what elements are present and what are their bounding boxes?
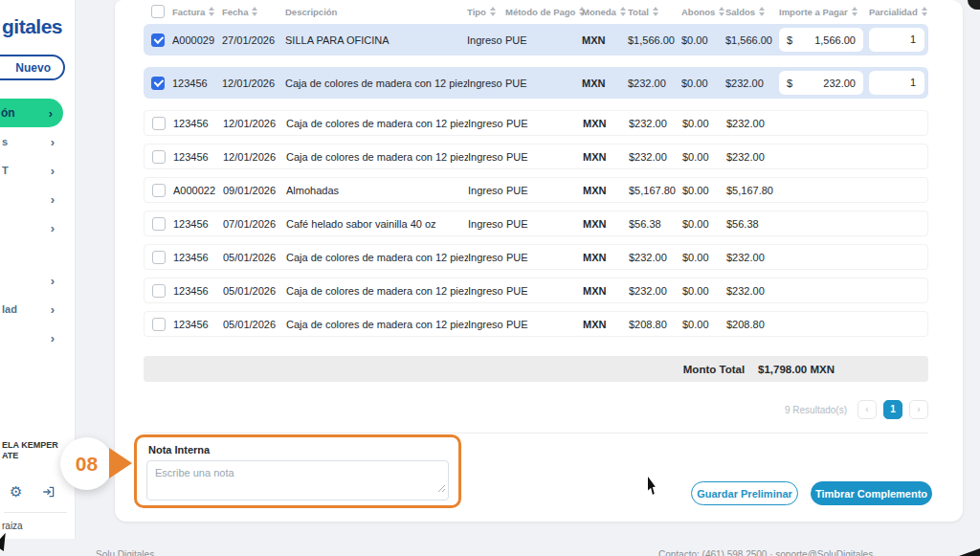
cell-saldos: $232.00 (726, 151, 780, 163)
total-amount-label: Monto Total (683, 364, 745, 375)
internal-note-input[interactable] (146, 460, 449, 500)
row-checkbox[interactable] (152, 184, 166, 197)
column-header[interactable]: Abonos (681, 7, 725, 17)
row-checkbox[interactable] (152, 318, 166, 331)
sidebar-item[interactable]: T› (0, 156, 75, 185)
sidebar-item[interactable]: s› (0, 127, 75, 156)
sort-icon[interactable] (719, 7, 724, 16)
chevron-right-icon: › (51, 303, 55, 316)
column-header[interactable]: Parcialidad (869, 7, 928, 17)
footer-divider (144, 433, 928, 434)
table-row: 12345612/01/2026Caja de colores de mader… (144, 67, 928, 99)
sort-icon[interactable] (653, 7, 658, 16)
column-header-label: Saldos (725, 7, 755, 17)
save-preliminary-button[interactable]: Guardar Preliminar (691, 481, 798, 505)
sidebar-item-label: T (2, 165, 9, 176)
select-all-checkbox[interactable] (151, 5, 165, 18)
internal-note-highlight-box: Nota Interna (134, 434, 461, 508)
cell-factura: 123456 (173, 319, 223, 330)
cell-metodo_pago: PUE (506, 252, 583, 263)
cell-moneda: MXN (583, 285, 629, 297)
sort-icon[interactable] (922, 7, 927, 16)
cell-moneda: MXN (583, 252, 629, 263)
cell-saldos: $208.80 (726, 319, 780, 330)
overlay-corner-artifact-bottom (959, 548, 980, 556)
sidebar-divider (4, 512, 67, 513)
sidebar-item-active[interactable]: ón › (0, 99, 63, 127)
cell-metodo_pago: PUE (505, 34, 582, 46)
cell-abonos: $0.00 (682, 218, 726, 230)
sidebar-footer-icons: ⚙ (10, 484, 56, 499)
cell-metodo_pago: PUE (506, 185, 583, 196)
table-row: A00002209/01/2026AlmohadasIngresoPUEMXN$… (144, 177, 928, 203)
cell-fecha: 05/01/2026 (223, 252, 286, 263)
cell-metodo_pago: PUE (506, 218, 583, 230)
cell-moneda: MXN (583, 218, 629, 230)
column-header[interactable]: Importe a Pagar (779, 7, 869, 17)
cell-tipo: Ingreso (468, 252, 506, 263)
sidebar-item[interactable]: › (0, 185, 75, 213)
logout-icon[interactable] (42, 485, 56, 499)
importe-a-pagar-input[interactable]: $232.00 (779, 71, 863, 95)
total-amount-value: $1,798.00 MXN (758, 364, 835, 375)
step-arrow-icon (109, 448, 132, 478)
column-header[interactable]: Factura (172, 7, 222, 17)
cell-tipo: Ingreso (467, 34, 505, 46)
sidebar-item[interactable]: › (0, 323, 75, 352)
row-checkbox[interactable] (152, 251, 166, 264)
sort-icon[interactable] (209, 7, 214, 16)
cell-descripcion: Caja de colores de madera con 12 piezas (286, 285, 468, 297)
parcialidad-input[interactable]: 1 (869, 71, 924, 95)
gear-icon[interactable]: ⚙ (10, 484, 22, 499)
column-header[interactable]: Total (628, 7, 681, 17)
sort-icon[interactable] (620, 7, 626, 16)
row-checkbox[interactable] (151, 77, 165, 90)
cell-descripcion: SILLA PARA OFICINA (285, 34, 467, 46)
column-header-label: Importe a Pagar (779, 7, 848, 17)
table-row: 12345612/01/2026Caja de colores de mader… (144, 144, 928, 169)
sort-icon[interactable] (852, 7, 858, 16)
row-checkbox[interactable] (151, 33, 165, 47)
cell-saldos: $56.38 (726, 218, 780, 230)
app-logo: gitales (2, 15, 62, 38)
parcialidad-input[interactable]: 1 (869, 28, 924, 52)
chevron-right-icon: › (51, 275, 55, 287)
sidebar-menu: s›T››››lad›› (0, 127, 75, 352)
cell-descripcion: Caja de colores de madera con 12 piezas (285, 78, 467, 89)
pagination-prev-button[interactable]: ‹ (858, 400, 877, 419)
pagination-next-button[interactable]: › (909, 400, 928, 419)
step-number-badge: 08 (60, 437, 113, 490)
sidebar-bottom-link[interactable]: raiza (2, 521, 23, 531)
user-name: ELA KEMPER ATE (2, 440, 58, 461)
cell-metodo_pago: PUE (506, 151, 583, 163)
cell-total: $232.00 (629, 285, 682, 297)
column-header[interactable]: Moneda (582, 7, 628, 17)
sidebar-item[interactable]: › (0, 213, 75, 242)
stamp-complement-button[interactable]: Timbrar Complemento (811, 481, 932, 505)
cell-descripcion: Café helado sabor vainilla 40 oz (286, 218, 468, 230)
column-header-label: Tipo (467, 7, 486, 17)
column-header[interactable]: Tipo (467, 7, 505, 17)
cell-moneda: MXN (583, 118, 629, 129)
row-checkbox[interactable] (152, 217, 166, 231)
pagination-page-1-button[interactable]: 1 (883, 400, 902, 419)
cell-moneda: MXN (583, 319, 629, 330)
cell-tipo: Ingreso (468, 151, 506, 163)
sort-icon[interactable] (252, 7, 257, 16)
column-header[interactable]: Saldos (725, 7, 779, 17)
new-button[interactable]: Nuevo (0, 55, 65, 80)
sort-icon[interactable] (490, 7, 496, 16)
column-header-label: Abonos (681, 7, 715, 17)
row-checkbox[interactable] (152, 284, 166, 298)
cell-total: $232.00 (629, 118, 682, 129)
column-header[interactable]: Método de Pago (505, 7, 582, 17)
column-header[interactable]: Fecha (222, 7, 285, 17)
row-checkbox[interactable] (152, 150, 166, 164)
sidebar-item[interactable]: › (0, 266, 75, 295)
cell-total: $232.00 (629, 151, 682, 163)
cell-tipo: Ingreso (468, 218, 506, 230)
sidebar-item[interactable]: lad› (0, 295, 75, 323)
row-checkbox[interactable] (152, 117, 166, 130)
importe-a-pagar-input[interactable]: $1,566.00 (779, 28, 863, 52)
sort-icon[interactable] (759, 7, 765, 16)
